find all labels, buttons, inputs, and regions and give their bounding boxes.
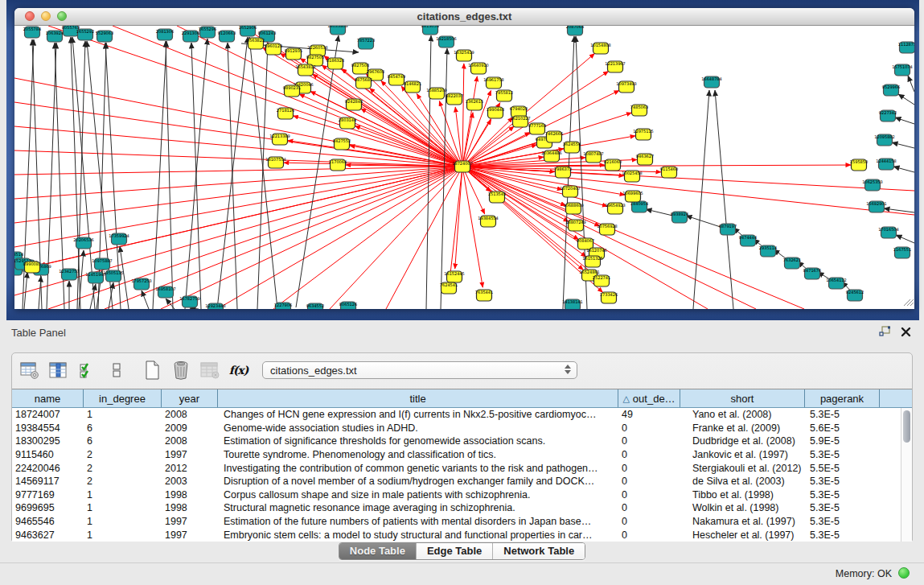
graph-node[interactable]: 16961758 bbox=[483, 77, 503, 89]
table-cell[interactable]: 2012 bbox=[162, 463, 218, 474]
graph-node[interactable]: 9227342 bbox=[879, 110, 897, 122]
table-cell[interactable]: Stergiakouli et al. (2012) bbox=[680, 463, 805, 474]
graph-node[interactable]: 2803144 bbox=[339, 117, 356, 129]
graph-node[interactable]: 10154808 bbox=[590, 43, 610, 54]
graph-node[interactable]: 7955812 bbox=[495, 90, 513, 101]
graph-node[interactable]: 8454749 bbox=[388, 74, 405, 85]
table-cell[interactable]: 1998 bbox=[162, 489, 218, 501]
select-rows-checklist-button[interactable] bbox=[77, 360, 97, 380]
table-row[interactable]: 911546021997Tourette syndrome. Phenomeno… bbox=[12, 448, 912, 462]
graph-node[interactable]: 12444158 bbox=[876, 159, 896, 170]
graph-node[interactable]: 10654112 bbox=[826, 278, 846, 289]
table-cell[interactable]: 2008 bbox=[162, 435, 218, 447]
table-cell[interactable]: Tibbo et al. (1998) bbox=[680, 489, 805, 501]
graph-node[interactable]: 1362615 bbox=[466, 99, 483, 110]
table-cell[interactable]: 1 bbox=[84, 516, 162, 527]
delete-entries-trash-button[interactable] bbox=[170, 360, 191, 380]
table-cell[interactable]: Structural magnetic resonance image aver… bbox=[218, 502, 618, 513]
table-cell[interactable]: 2008 bbox=[162, 409, 218, 420]
table-cell[interactable]: 5.3E-5 bbox=[805, 516, 880, 527]
graph-node[interactable]: 9463627 bbox=[636, 154, 654, 165]
table-cell[interactable]: 22420046 bbox=[12, 463, 84, 474]
table-cell[interactable]: 2 bbox=[84, 463, 162, 474]
table-row[interactable]: 2242004622012Investigating the contribut… bbox=[12, 461, 912, 475]
table-cell[interactable]: Tourette syndrome. Phenomenology and cla… bbox=[218, 449, 618, 460]
graph-node[interactable]: 19384554 bbox=[478, 216, 498, 227]
graph-node[interactable]: 12975115 bbox=[633, 129, 653, 140]
table-cell[interactable]: 49 bbox=[618, 409, 680, 420]
graph-node[interactable]: 8186328 bbox=[326, 58, 344, 69]
function-builder-button[interactable]: f(x) bbox=[228, 360, 248, 380]
column-header-name[interactable]: name bbox=[12, 389, 84, 407]
graph-node[interactable]: 10720407 bbox=[560, 186, 580, 197]
table-cell[interactable]: Estimation of the future numbers of pati… bbox=[218, 516, 618, 527]
table-cell[interactable]: 5.3E-5 bbox=[805, 502, 880, 513]
graph-node[interactable]: 10688609 bbox=[563, 203, 583, 214]
table-cell[interactable]: 1998 bbox=[162, 502, 218, 513]
graph-node[interactable]: 9890231 bbox=[283, 85, 301, 97]
graph-node[interactable]: 10625353 bbox=[862, 179, 882, 191]
table-row[interactable]: 1456911722003Disruption of a novel membe… bbox=[12, 475, 912, 488]
graph-node[interactable]: 2087064 bbox=[566, 26, 584, 35]
graph-node[interactable]: 1595850 bbox=[850, 159, 868, 171]
graph-node[interactable]: 9115460 bbox=[660, 167, 678, 178]
table-cell[interactable]: 5.5E-5 bbox=[805, 463, 880, 474]
graph-node[interactable]: 1733426 bbox=[600, 292, 618, 303]
graph-node[interactable]: 10025458 bbox=[622, 171, 642, 182]
graph-node[interactable]: 16033809 bbox=[327, 26, 347, 35]
graph-node[interactable]: 16648784 bbox=[701, 76, 721, 88]
graph-node[interactable]: 1440954 bbox=[630, 201, 648, 212]
graph-node[interactable]: 7632621 bbox=[783, 257, 801, 269]
column-header-short[interactable]: short bbox=[680, 389, 805, 407]
graph-node[interactable]: 10699605 bbox=[622, 191, 643, 202]
graph-node[interactable]: 17359924 bbox=[109, 233, 129, 245]
graph-node[interactable]: 18325419 bbox=[454, 50, 474, 61]
table-cell[interactable]: 9777169 bbox=[12, 489, 84, 501]
tab-edge-table[interactable]: Edge Table bbox=[416, 543, 492, 559]
column-header-year[interactable]: year bbox=[162, 389, 218, 407]
graph-node[interactable]: 1990448 bbox=[487, 107, 504, 118]
table-row[interactable]: 946362711997Embryonic stem cells: a mode… bbox=[12, 528, 912, 542]
graph-node[interactable]: 9634552 bbox=[306, 303, 324, 309]
graph-node[interactable]: 20206536 bbox=[73, 237, 93, 249]
table-cell[interactable]: 9699695 bbox=[12, 502, 84, 513]
graph-node[interactable]: 7635441 bbox=[475, 290, 493, 301]
table-select-dropdown[interactable]: citations_edges.txt bbox=[262, 361, 577, 379]
table-row[interactable]: 969969511998Structural magnetic resonanc… bbox=[12, 501, 912, 515]
minimize-window-button[interactable] bbox=[41, 11, 51, 21]
table-cell[interactable]: Franke et al. (2009) bbox=[680, 422, 805, 434]
graph-node[interactable]: 9120663 bbox=[218, 31, 236, 42]
graph-node[interactable]: 8427552 bbox=[333, 138, 351, 150]
table-cell[interactable]: 18724007 bbox=[12, 409, 84, 420]
table-cell[interactable]: 6 bbox=[84, 435, 162, 447]
graph-node[interactable]: 15885209 bbox=[426, 88, 446, 99]
table-cell[interactable]: 18300295 bbox=[12, 435, 84, 447]
table-cell[interactable]: 6 bbox=[84, 422, 162, 434]
graph-node[interactable]: 1063924 bbox=[46, 31, 64, 42]
graph-node[interactable]: 9474444 bbox=[739, 235, 757, 246]
close-window-button[interactable] bbox=[25, 11, 35, 21]
graph-node[interactable]: 1170064 bbox=[329, 159, 347, 171]
table-cell[interactable]: 5.9E-5 bbox=[805, 435, 880, 447]
table-row[interactable]: 1872400712008Changes of HCN gene express… bbox=[12, 408, 912, 422]
select-columns-button[interactable] bbox=[48, 360, 68, 380]
table-cell[interactable]: Yano et al. (2008) bbox=[680, 409, 805, 420]
graph-node[interactable]: 9563822 bbox=[247, 38, 265, 49]
table-cell[interactable]: 9463627 bbox=[12, 529, 84, 541]
graph-node[interactable]: 8960128 bbox=[265, 43, 282, 55]
graph-node[interactable]: 9242848 bbox=[345, 99, 363, 110]
table-cell[interactable]: 0 bbox=[618, 502, 680, 513]
table-cell[interactable]: 9115460 bbox=[12, 449, 84, 460]
graph-node[interactable]: 8813054 bbox=[421, 26, 439, 35]
graph-node[interactable]: 2081306 bbox=[156, 29, 174, 40]
graph-node[interactable]: 10973493 bbox=[616, 81, 636, 93]
close-panel-icon[interactable] bbox=[901, 326, 911, 340]
table-cell[interactable]: 0 bbox=[618, 435, 680, 447]
column-header-out_de[interactable]: △out_de… bbox=[618, 389, 680, 407]
graph-node[interactable]: 8065126 bbox=[339, 302, 357, 309]
table-cell[interactable]: Hescheler et al. (1997) bbox=[680, 529, 805, 541]
graph-node[interactable]: 16958107 bbox=[155, 286, 175, 298]
graph-node[interactable]: 9875685 bbox=[355, 77, 372, 89]
graph-node[interactable]: 16782759 bbox=[179, 296, 199, 307]
graph-node[interactable]: 19654923 bbox=[605, 203, 625, 214]
